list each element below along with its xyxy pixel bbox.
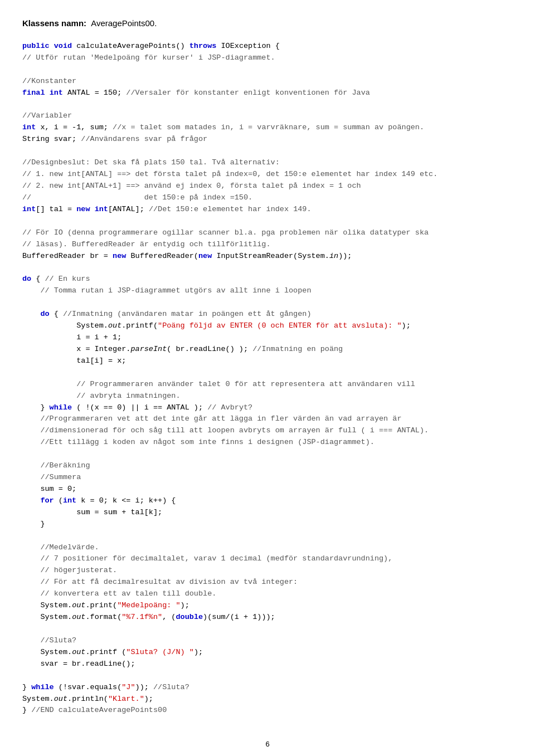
page-number: 6 xyxy=(22,739,513,750)
class-header: Klassens namn: AveragePoints00. xyxy=(22,17,513,31)
code-content: public void calculateAveragePoints() thr… xyxy=(22,41,513,716)
class-label: Klassens namn: xyxy=(22,18,86,28)
class-name: AveragePoints00. xyxy=(91,18,157,28)
